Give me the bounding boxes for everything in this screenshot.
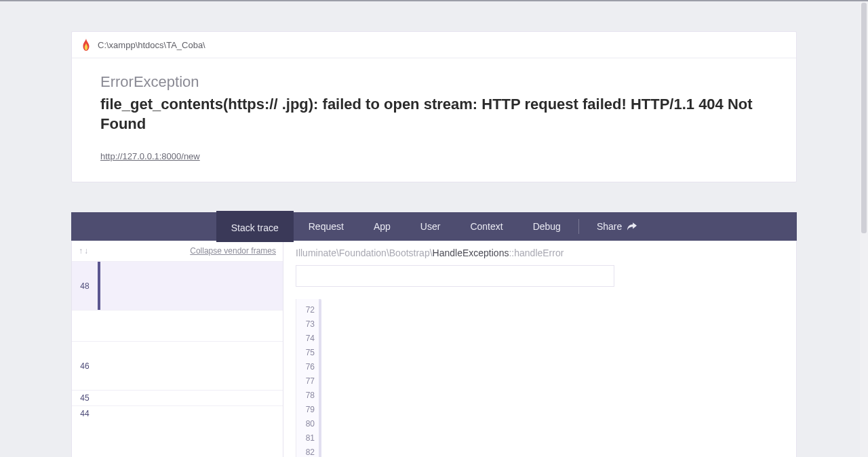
code-pane: 7273747576777879808182 — [296, 299, 784, 457]
breadcrumb-segment: Foundation — [339, 247, 387, 258]
frames-column: ↑ ↓ Collapse vendor frames 48464544 — [72, 241, 283, 457]
section-tabs-bar: Stack traceRequestAppUserContextDebug Sh… — [71, 212, 797, 241]
line-number: 72 — [296, 303, 315, 317]
project-path-bar: C:\xampp\htdocs\TA_Coba\ — [72, 32, 796, 58]
frame-index: 44 — [72, 406, 98, 421]
frame-row-blank — [72, 310, 283, 341]
frame-breadcrumb: Illuminate\Foundation\Bootstrap\HandleEx… — [296, 247, 784, 258]
tabs-divider — [578, 219, 579, 234]
line-number: 80 — [296, 417, 315, 431]
share-label: Share — [597, 221, 622, 232]
project-path-text: C:\xampp\htdocs\TA_Coba\ — [98, 40, 205, 50]
line-number: 77 — [296, 374, 315, 389]
scrollbar-thumb[interactable] — [861, 3, 867, 233]
tab-debug[interactable]: Debug — [518, 212, 576, 241]
line-number: 79 — [296, 403, 315, 417]
frame-index: 45 — [72, 391, 98, 405]
breadcrumb-segment: HandleExceptions — [433, 247, 509, 258]
exception-message: file_get_contents(https:// .jpg): failed… — [100, 95, 768, 134]
tab-context[interactable]: Context — [455, 212, 517, 241]
stack-trace-panel: ↑ ↓ Collapse vendor frames 48464544 Illu… — [71, 241, 797, 457]
collapse-vendor-frames-link[interactable]: Collapse vendor frames — [190, 246, 276, 256]
line-number: 81 — [296, 431, 315, 445]
line-number: 78 — [296, 389, 315, 403]
frame-detail-column: Illuminate\Foundation\Bootstrap\HandleEx… — [283, 241, 796, 457]
exception-class: ErrorException — [100, 73, 768, 91]
code-line-gutter: 7273747576777879808182 — [296, 299, 319, 457]
frame-active-bar — [98, 406, 100, 421]
line-number: 76 — [296, 360, 315, 374]
frame-row[interactable]: 46 — [72, 341, 283, 390]
share-icon — [627, 222, 637, 231]
breadcrumb-method: ::handleError — [509, 247, 564, 258]
line-number: 82 — [296, 445, 315, 457]
frame-search-box[interactable] — [296, 265, 614, 287]
ignition-flame-icon — [81, 39, 91, 51]
tab-stack_trace[interactable]: Stack trace — [216, 211, 294, 242]
code-area — [319, 299, 784, 457]
frame-prev-arrow[interactable]: ↑ — [79, 246, 83, 256]
request-url-link[interactable]: http://127.0.0.1:8000/new — [100, 151, 200, 161]
frame-row[interactable]: 44 — [72, 405, 283, 421]
line-number: 75 — [296, 346, 315, 360]
tab-app[interactable]: App — [359, 212, 406, 241]
breadcrumb-segment: Illuminate — [296, 247, 336, 258]
frame-active-bar — [98, 391, 100, 405]
frame-index: 48 — [72, 279, 98, 294]
line-number: 74 — [296, 332, 315, 346]
error-header-card: C:\xampp\htdocs\TA_Coba\ ErrorException … — [71, 31, 797, 182]
line-number: 73 — [296, 317, 315, 332]
tab-request[interactable]: Request — [294, 212, 359, 241]
frame-index: 46 — [72, 359, 98, 374]
page-scrollbar[interactable] — [860, 1, 868, 457]
share-button[interactable]: Share — [582, 212, 652, 241]
tab-user[interactable]: User — [406, 212, 456, 241]
breadcrumb-segment: Bootstrap — [389, 247, 430, 258]
frame-next-arrow[interactable]: ↓ — [84, 246, 88, 256]
frame-row[interactable]: 48 — [72, 261, 283, 310]
frame-row[interactable]: 45 — [72, 390, 283, 405]
frame-active-bar — [98, 262, 100, 310]
frame-active-bar — [98, 342, 100, 390]
